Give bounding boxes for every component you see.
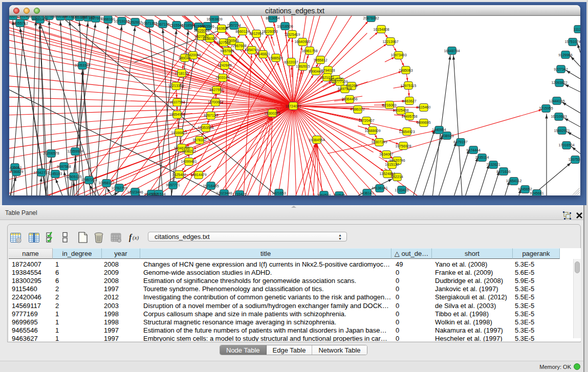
svg-text:15692971: 15692971 (554, 129, 570, 133)
svg-text:5938923: 5938923 (440, 134, 453, 138)
svg-text:18226058: 18226058 (193, 29, 209, 32)
svg-text:16107553: 16107553 (169, 100, 185, 104)
svg-text:16154808: 16154808 (373, 28, 389, 31)
svg-text:18724007: 18724007 (285, 104, 301, 108)
svg-text:12444155: 12444155 (549, 99, 564, 103)
svg-text:12023446: 12023446 (216, 191, 232, 195)
svg-text:16210643: 16210643 (551, 115, 567, 118)
svg-text:9245652: 9245652 (518, 187, 532, 191)
svg-text:10782759: 10782759 (111, 186, 127, 190)
svg-text:7857274: 7857274 (227, 24, 241, 27)
svg-text:15716485: 15716485 (203, 184, 219, 188)
svg-text:7386372: 7386372 (351, 107, 364, 111)
svg-text:16120746: 16120746 (389, 159, 405, 162)
svg-text:17016504: 17016504 (558, 143, 574, 147)
svg-text:8471636: 8471636 (496, 170, 510, 173)
svg-text:9097588: 9097588 (57, 165, 71, 168)
svg-text:3578332: 3578332 (192, 138, 206, 142)
svg-text:16640910: 16640910 (294, 40, 310, 43)
svg-text:2803144: 2803144 (215, 76, 229, 79)
svg-text:20876082: 20876082 (363, 16, 379, 20)
svg-text:1052602: 1052602 (128, 20, 142, 24)
svg-text:110546: 110546 (334, 193, 345, 195)
svg-text:10719155: 10719155 (114, 19, 129, 23)
svg-text:16053809: 16053809 (206, 17, 222, 21)
svg-text:2064521: 2064521 (317, 193, 331, 195)
svg-text:9242848: 9242848 (217, 63, 231, 67)
svg-text:746266: 746266 (345, 84, 357, 87)
svg-text:20691406: 20691406 (32, 17, 48, 21)
svg-text:8427552: 8427552 (209, 88, 223, 92)
svg-text:19300275: 19300275 (264, 112, 280, 115)
svg-text:13654923: 13654923 (399, 130, 415, 134)
svg-text:1362615: 1362615 (296, 64, 310, 68)
svg-text:8322037: 8322037 (284, 60, 298, 64)
svg-text:1145193: 1145193 (49, 172, 62, 176)
svg-text:7632621: 7632621 (486, 163, 500, 166)
svg-text:1921653: 1921653 (272, 191, 286, 195)
svg-text:12359924: 12359924 (67, 149, 83, 153)
svg-text:19218506: 19218506 (277, 25, 293, 28)
svg-text:1640954: 1640954 (432, 128, 446, 132)
svg-text:12023446: 12023446 (127, 190, 143, 194)
svg-text:16648784: 16648784 (444, 49, 460, 53)
svg-text:19384554: 19384554 (309, 138, 324, 142)
svg-text:7625402: 7625402 (172, 173, 186, 177)
svg-text:12093822: 12093822 (551, 81, 567, 84)
svg-text:20053346: 20053346 (74, 63, 90, 67)
svg-text:9245681: 9245681 (530, 191, 543, 195)
svg-text:14495758: 14495758 (401, 115, 417, 118)
svg-text:14914479: 14914479 (190, 173, 206, 177)
svg-text:7485063: 7485063 (399, 69, 412, 72)
svg-text:10958167: 10958167 (98, 181, 114, 185)
svg-text:352214: 352214 (391, 175, 403, 179)
svg-text:2967608: 2967608 (232, 44, 246, 48)
svg-text:12505135: 12505135 (66, 175, 81, 179)
svg-text:14099481: 14099481 (181, 160, 197, 163)
svg-text:6966160: 6966160 (101, 17, 115, 21)
svg-text:2750546: 2750546 (225, 39, 238, 42)
svg-text:6216069: 6216069 (382, 103, 396, 107)
svg-text:11122: 11122 (574, 28, 580, 31)
svg-text:13720407: 13720407 (358, 119, 374, 122)
svg-text:11700662: 11700662 (208, 100, 224, 104)
svg-text:14136141: 14136141 (372, 186, 387, 190)
svg-text:8267130: 8267130 (204, 114, 217, 117)
svg-text:3215955: 3215955 (539, 106, 553, 110)
svg-text:20206578: 20206578 (43, 151, 59, 155)
svg-text:18226053: 18226053 (262, 30, 277, 33)
svg-text:1588520: 1588520 (269, 56, 282, 60)
svg-text:19166827: 19166827 (171, 131, 187, 135)
svg-text:989044: 989044 (179, 56, 190, 60)
svg-text:11325419: 11325419 (285, 33, 300, 36)
svg-text:9474444: 9474444 (466, 148, 480, 152)
svg-text:10688609: 10688609 (364, 129, 380, 133)
svg-text:14055712: 14055712 (12, 21, 28, 25)
svg-text:10973493: 10973493 (390, 53, 406, 57)
svg-text:12213967: 12213967 (382, 40, 398, 43)
svg-text:6479197: 6479197 (453, 140, 467, 144)
svg-text:1733426: 1733426 (395, 188, 408, 192)
svg-text:15751074: 15751074 (564, 40, 580, 43)
svg-text:8813054: 8813054 (266, 16, 279, 20)
svg-text:8660124: 8660124 (235, 30, 249, 33)
svg-text:1615132: 1615132 (385, 163, 399, 166)
svg-text:19654952: 19654952 (169, 113, 185, 116)
svg-text:10654112: 10654112 (506, 179, 522, 183)
svg-text:1435061: 1435061 (9, 166, 22, 169)
svg-text:17957253: 17957253 (81, 178, 97, 182)
svg-text:7515546: 7515546 (200, 25, 214, 28)
svg-text:f: f (129, 233, 133, 242)
svg-text:10671355: 10671355 (141, 21, 157, 25)
svg-text:9657771: 9657771 (166, 183, 180, 187)
svg-text:1436141: 1436141 (360, 191, 374, 195)
svg-text:1733426: 1733426 (232, 192, 246, 195)
svg-text:3498222: 3498222 (182, 149, 195, 153)
svg-text:7663822: 7663822 (214, 27, 228, 30)
svg-text:12942737: 12942737 (33, 171, 49, 174)
svg-text:9794028: 9794028 (321, 69, 335, 72)
svg-text:9129966: 9129966 (558, 53, 572, 57)
svg-text:12353594: 12353594 (198, 126, 213, 129)
svg-text:20364456: 20364456 (341, 97, 357, 101)
svg-text:8186328: 8186328 (203, 37, 216, 40)
